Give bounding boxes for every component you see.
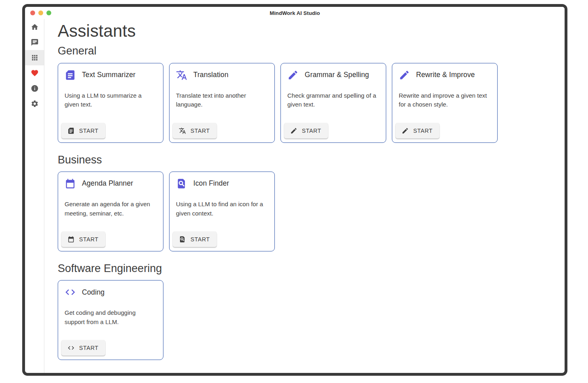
info-icon — [31, 84, 39, 92]
start-agenda-planner-button[interactable]: START — [61, 232, 105, 247]
assistant-card-rewrite-improve: Rewrite & Improve Rewrite and improve a … — [392, 63, 498, 143]
sidebar-item-assistants[interactable] — [25, 50, 44, 65]
card-description: Check grammar and spelling of a given te… — [287, 91, 379, 110]
card-description: Rewrite and improve a given text for a c… — [399, 91, 491, 110]
assistant-card-text-summarizer: Text Summarizer Using a LLM to summarize… — [58, 63, 163, 143]
calendar-icon — [65, 178, 76, 189]
section-business: Business Agenda Planner Generate an agen… — [58, 153, 557, 251]
window-title: MindWork AI Studio — [270, 10, 320, 16]
sidebar-item-settings[interactable] — [25, 96, 44, 111]
start-translation-button[interactable]: START — [173, 123, 217, 138]
start-coding-button[interactable]: START — [61, 340, 105, 356]
home-icon — [31, 23, 39, 31]
card-description: Generate an agenda for a given meeting, … — [65, 200, 157, 218]
pencil-icon — [402, 127, 409, 134]
sidebar-item-favorites[interactable] — [25, 65, 44, 81]
card-title: Icon Finder — [193, 179, 229, 188]
card-title: Coding — [82, 288, 105, 297]
translate-icon — [176, 69, 187, 81]
summarize-icon — [65, 69, 76, 81]
section-software-engineering: Software Engineering Coding Get coding a… — [58, 262, 557, 360]
heart-icon — [31, 69, 39, 77]
card-title: Translation — [193, 71, 228, 79]
start-grammar-spelling-button[interactable]: START — [284, 123, 328, 138]
assistant-card-icon-finder: Icon Finder Using a LLM to find an icon … — [169, 172, 275, 251]
sidebar-item-about[interactable] — [25, 81, 44, 96]
pencil-icon — [290, 127, 297, 134]
traffic-lights — [30, 7, 51, 19]
zoom-window-button[interactable] — [46, 10, 51, 15]
page-title: Assistants — [58, 22, 557, 40]
start-button-label: START — [79, 236, 98, 243]
minimize-window-button[interactable] — [38, 10, 43, 15]
card-description: Using a LLM to find an icon for a given … — [176, 200, 268, 218]
card-description: Get coding and debugging support from a … — [65, 308, 157, 327]
start-rewrite-improve-button[interactable]: START — [395, 123, 439, 138]
start-button-label: START — [302, 128, 321, 134]
start-button-label: START — [79, 128, 98, 134]
gear-icon — [31, 100, 39, 108]
start-button-label: START — [190, 128, 210, 134]
chat-icon — [31, 38, 39, 46]
section-title: Software Engineering — [58, 262, 557, 275]
pencil-icon — [287, 69, 299, 81]
code-icon — [67, 344, 75, 352]
section-title: General — [58, 44, 557, 57]
card-title: Rewrite & Improve — [416, 71, 475, 79]
sidebar — [25, 19, 44, 373]
translate-icon — [179, 127, 186, 134]
card-title: Grammar & Spelling — [305, 71, 369, 79]
apps-grid-icon — [31, 54, 39, 62]
assistant-card-agenda-planner: Agenda Planner Generate an agenda for a … — [58, 172, 163, 251]
summarize-icon — [67, 127, 75, 134]
pencil-icon — [399, 69, 410, 81]
start-text-summarizer-button[interactable]: START — [61, 123, 105, 138]
close-window-button[interactable] — [30, 10, 35, 15]
icon-search-icon — [176, 178, 187, 189]
start-button-label: START — [413, 128, 433, 134]
start-button-label: START — [190, 236, 210, 243]
app-window: MindWork AI Studio Assistants — [22, 4, 567, 376]
card-title: Agenda Planner — [82, 179, 133, 188]
main-content: Assistants General Text Summarizer Using… — [44, 19, 565, 373]
code-icon — [65, 287, 76, 298]
calendar-icon — [67, 236, 75, 243]
assistant-card-translation: Translation Translate text into another … — [169, 63, 275, 143]
start-icon-finder-button[interactable]: START — [173, 232, 217, 247]
icon-search-icon — [179, 236, 186, 243]
card-description: Translate text into another language. — [176, 91, 268, 110]
card-description: Using a LLM to summarize a given text. — [65, 91, 157, 110]
titlebar: MindWork AI Studio — [25, 7, 565, 19]
sidebar-item-home[interactable] — [25, 19, 44, 35]
assistant-card-grammar-spelling: Grammar & Spelling Check grammar and spe… — [280, 63, 386, 143]
sidebar-item-chats[interactable] — [25, 35, 44, 50]
card-title: Text Summarizer — [82, 71, 136, 79]
start-button-label: START — [79, 345, 98, 351]
section-general: General Text Summarizer Using a LLM to s… — [58, 44, 557, 142]
section-title: Business — [58, 153, 557, 166]
assistant-card-coding: Coding Get coding and debugging support … — [58, 280, 163, 360]
